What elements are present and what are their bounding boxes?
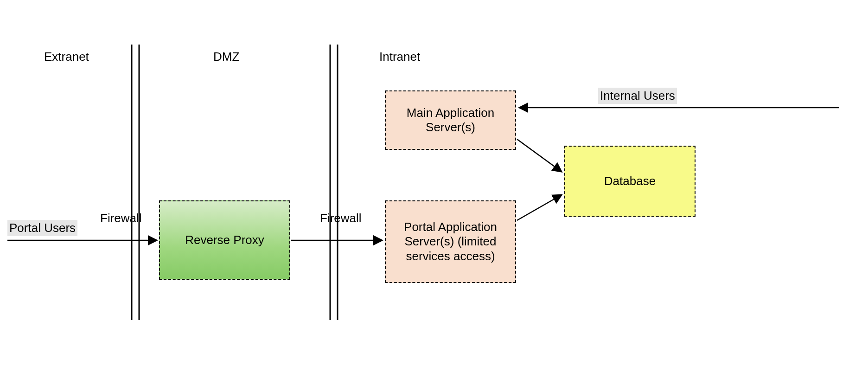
- internal-users-label: Internal Users: [598, 88, 677, 104]
- main-app-text: Main Application Server(s): [389, 106, 512, 135]
- zone-label-extranet: Extranet: [44, 50, 89, 64]
- portal-users-label: Portal Users: [7, 220, 77, 236]
- reverse-proxy-text: Reverse Proxy: [185, 233, 264, 247]
- portal-app-text: Portal Application Server(s) (limited se…: [389, 220, 512, 264]
- arrow-portalapp-to-db: [517, 195, 562, 220]
- main-app-box: Main Application Server(s): [385, 90, 516, 150]
- database-text: Database: [604, 174, 656, 188]
- firewall-label-right: Firewall: [320, 211, 362, 225]
- zone-label-intranet: Intranet: [379, 50, 420, 64]
- portal-app-box: Portal Application Server(s) (limited se…: [385, 200, 516, 283]
- firewall-label-left: Firewall: [100, 211, 142, 225]
- reverse-proxy-box: Reverse Proxy: [159, 200, 290, 280]
- diagram-lines: [0, 0, 868, 373]
- zone-label-dmz: DMZ: [213, 50, 239, 64]
- arrow-mainapp-to-db: [517, 139, 562, 172]
- database-box: Database: [564, 146, 696, 217]
